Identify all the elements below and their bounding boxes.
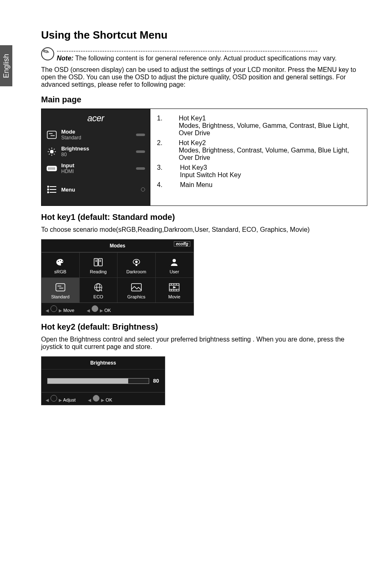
joystick-icon bbox=[51, 395, 57, 402]
hotkey1-heading: Hot key1 (default: Standard mode) bbox=[41, 212, 367, 222]
svg-rect-38 bbox=[56, 284, 65, 291]
osd-knob-icon bbox=[136, 167, 145, 170]
osd-dot-icon bbox=[141, 187, 145, 192]
joystick-icon bbox=[51, 305, 57, 312]
note-body: The following content is for general ref… bbox=[75, 55, 337, 62]
film-icon bbox=[157, 282, 192, 293]
standard-icon bbox=[43, 282, 78, 293]
osd-item-label: Brightness bbox=[61, 145, 132, 152]
nav-adjust-label: Adjust bbox=[63, 397, 76, 402]
modes-nav: ◀▶ Move ◀▶ OK bbox=[42, 302, 194, 315]
book-icon bbox=[81, 257, 116, 268]
svg-point-27 bbox=[62, 261, 63, 262]
osd-item-label: Mode bbox=[61, 129, 132, 135]
osd-item-menu: Menu bbox=[46, 186, 145, 193]
arrow-right-icon: ▶ bbox=[59, 398, 62, 402]
svg-rect-0 bbox=[47, 131, 56, 139]
input-icon bbox=[46, 166, 57, 171]
svg-point-25 bbox=[58, 261, 59, 262]
desc-number: 4. bbox=[157, 181, 168, 189]
nav-adjust: ◀▶ Adjust bbox=[46, 395, 76, 402]
hotkey2-text: Open the Brightness control and select y… bbox=[41, 336, 367, 351]
palette-icon bbox=[43, 257, 78, 268]
brightness-value: 80 bbox=[153, 378, 159, 384]
desc-row: 4. Main Menu bbox=[157, 181, 360, 189]
svg-line-11 bbox=[54, 149, 55, 150]
main-page-heading: Main page bbox=[41, 95, 367, 104]
mode-label: Movie bbox=[157, 294, 192, 299]
brightness-icon bbox=[46, 147, 57, 157]
brightness-bar bbox=[47, 378, 149, 384]
mode-label: Graphics bbox=[119, 294, 154, 299]
svg-point-19 bbox=[48, 186, 49, 187]
nav-ok-label: OK bbox=[104, 308, 111, 313]
arrow-right-icon: ▶ bbox=[100, 308, 103, 313]
modes-title: Modes bbox=[110, 243, 125, 249]
svg-rect-28 bbox=[94, 259, 98, 266]
osd-item-value: HDMI bbox=[61, 169, 132, 174]
nav-move: ◀▶ Move bbox=[46, 305, 74, 313]
desc-number: 1. bbox=[157, 115, 167, 137]
mode-cell-graphics: Graphics bbox=[118, 277, 156, 302]
osd-quick-panel: acer Mode Standard Br bbox=[42, 109, 150, 205]
osd-item-input: Input HDMI bbox=[46, 162, 145, 174]
svg-line-10 bbox=[49, 154, 50, 155]
globe-icon bbox=[81, 282, 116, 293]
main-page-figure: acer Mode Standard Br bbox=[41, 109, 367, 206]
svg-rect-36 bbox=[136, 264, 137, 266]
svg-point-37 bbox=[173, 259, 176, 262]
nav-move-label: Move bbox=[63, 308, 74, 313]
desc-text: Hot Key3 Input Switch Hot Key bbox=[180, 164, 241, 179]
picture-icon bbox=[119, 282, 154, 293]
arrow-left-icon: ◀ bbox=[87, 308, 90, 313]
brightness-fill bbox=[48, 379, 128, 383]
mode-cell-user: User bbox=[156, 252, 194, 277]
energy-badge-icon: ecoffg bbox=[174, 241, 190, 247]
osd-item-value: 80 bbox=[61, 152, 132, 157]
joystick-icon bbox=[92, 305, 98, 312]
desc-row: 2. Hot Key2 Modes, Brightness, Contrast,… bbox=[157, 139, 360, 162]
svg-point-26 bbox=[60, 260, 61, 261]
svg-point-3 bbox=[50, 150, 53, 153]
desc-number: 3. bbox=[157, 164, 168, 179]
desc-text: Main Menu bbox=[180, 181, 212, 189]
nav-ok: ◀▶ OK bbox=[88, 395, 112, 402]
arrow-right-icon: ▶ bbox=[101, 398, 104, 402]
svg-point-21 bbox=[48, 189, 49, 190]
intro-paragraph: The OSD (onscreen display) can be used t… bbox=[41, 66, 367, 88]
modes-panel: Modes ecoffg sRGBReadingDarkroomUserStan… bbox=[41, 239, 194, 316]
mode-cell-movie: Movie bbox=[156, 277, 194, 302]
brand-logo: acer bbox=[46, 113, 145, 124]
pencil-circle-icon bbox=[41, 47, 54, 60]
svg-point-23 bbox=[48, 192, 49, 193]
hotkey2-heading: Hot key2 (default: Brightness) bbox=[41, 322, 367, 332]
mode-label: ECO bbox=[81, 294, 116, 299]
joystick-icon bbox=[93, 395, 99, 402]
note-label: Note: bbox=[57, 55, 74, 62]
desc-row: 3. Hot Key3 Input Switch Hot Key bbox=[157, 164, 360, 179]
nav-ok-label: OK bbox=[106, 397, 112, 402]
osd-knob-icon bbox=[136, 150, 145, 153]
mode-label: Darkroom bbox=[119, 269, 154, 274]
modes-header: Modes ecoffg bbox=[42, 240, 194, 252]
mode-label: sRGB bbox=[43, 269, 78, 274]
mode-label: Standard bbox=[43, 294, 78, 299]
mode-label: Reading bbox=[81, 269, 116, 274]
page-title: Using the Shortcut Menu bbox=[41, 29, 367, 42]
osd-item-label: Input bbox=[61, 162, 132, 169]
menu-icon bbox=[46, 186, 57, 193]
user-icon bbox=[157, 257, 192, 268]
desc-text: Hot Key2 Modes, Brightness, Contrast, Vo… bbox=[179, 139, 360, 162]
svg-rect-44 bbox=[131, 284, 141, 291]
svg-line-8 bbox=[49, 149, 50, 150]
brightness-nav: ◀▶ Adjust ◀▶ OK bbox=[42, 392, 165, 405]
language-tab: English bbox=[0, 45, 12, 86]
desc-number: 2. bbox=[157, 139, 167, 162]
osd-item-value: Standard bbox=[61, 135, 132, 141]
desc-text: Hot Key1 Modes, Brightness, Volume, Gamm… bbox=[179, 115, 360, 137]
note-separator: ----------------------------------------… bbox=[57, 47, 318, 54]
osd-knob-icon bbox=[136, 134, 145, 136]
lamp-icon bbox=[119, 257, 154, 268]
svg-rect-29 bbox=[99, 259, 102, 266]
mode-cell-darkroom: Darkroom bbox=[118, 252, 156, 277]
